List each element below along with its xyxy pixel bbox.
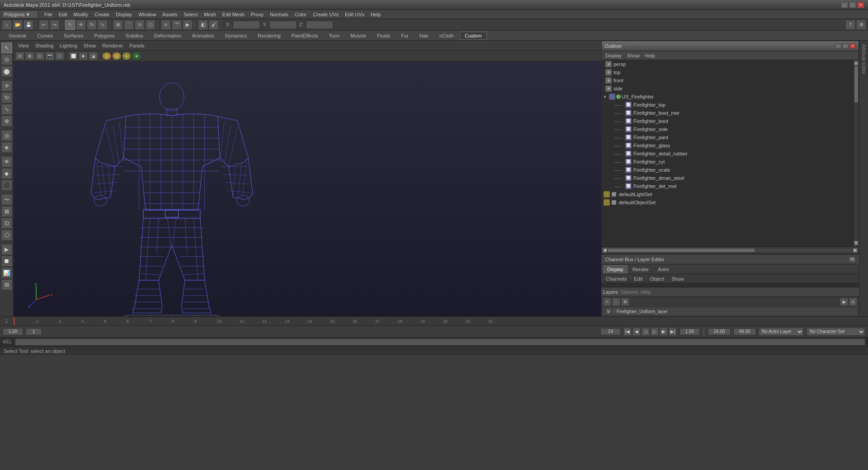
cb-sub-edit[interactable]: Edit: [631, 276, 645, 282]
outliner-item-ff-scale[interactable]: —→ ⬜ Firefighter_scale: [602, 166, 853, 174]
display-layer-button[interactable]: ◧: [198, 20, 208, 30]
rotate-button[interactable]: ↻: [1, 92, 12, 103]
char-set-dropdown[interactable]: No Character Set: [807, 328, 865, 336]
minimize-button[interactable]: –: [841, 2, 848, 8]
menu-window[interactable]: Window: [136, 11, 159, 18]
outliner-item-ff-boot-met[interactable]: —→ ⬜ Firefighter_boot_met: [602, 109, 853, 117]
outliner-item-persp[interactable]: ◉ persp: [602, 60, 853, 68]
lasso-button[interactable]: ⊙: [1, 54, 12, 65]
move-button[interactable]: ✛: [1, 80, 12, 91]
curve-tool-button[interactable]: 〜: [1, 194, 12, 205]
outliner-item-ff-cyl[interactable]: —→ ⬜ Firefighter_cyl: [602, 158, 853, 166]
vp-center-button[interactable]: ⊙: [35, 52, 44, 60]
outliner-item-ff-dman-steel[interactable]: —→ ⬜ Firefighter_dman_steel: [602, 174, 853, 182]
tab-dynamics[interactable]: Dynamics: [220, 32, 252, 40]
layer-anim-button[interactable]: ▶: [840, 298, 848, 306]
outliner-item-front[interactable]: ◉ front: [602, 76, 853, 85]
snap-surface-button[interactable]: ⬡: [146, 20, 156, 30]
tab-surfaces[interactable]: Surfaces: [59, 32, 88, 40]
outliner-item-defaultObjectSet[interactable]: ⬡ defaultObjectSet: [602, 198, 853, 207]
tab-general[interactable]: General: [4, 32, 31, 40]
snap-grid-button[interactable]: ⊞: [113, 20, 123, 30]
range-out-input[interactable]: [708, 328, 731, 335]
scroll-up-button[interactable]: ▲: [854, 61, 859, 66]
tab-fluids[interactable]: Fluids: [372, 32, 395, 40]
outliner-restore-button[interactable]: □: [842, 43, 849, 49]
h-scroll-thumb[interactable]: [608, 249, 755, 252]
vp-light4-button[interactable]: ●: [132, 52, 141, 60]
tab-muscle[interactable]: Muscle: [345, 32, 371, 40]
menu-modify[interactable]: Modify: [71, 11, 91, 18]
menu-create[interactable]: Create: [92, 11, 112, 18]
current-frame-input[interactable]: [26, 328, 42, 335]
goto-end-button[interactable]: ▶|: [669, 328, 677, 336]
cb-tab-render[interactable]: Render: [628, 265, 653, 273]
h-scroll-left-button[interactable]: ◀: [603, 248, 607, 253]
render-button[interactable]: 🎬: [172, 20, 182, 30]
render-view-button[interactable]: ▶: [1, 244, 12, 255]
snap-curve-button[interactable]: ⌒: [124, 20, 134, 30]
hypershade-button[interactable]: 🔲: [1, 256, 12, 267]
menu-normals[interactable]: Normals: [267, 11, 291, 18]
settings-button[interactable]: ⚙: [856, 20, 866, 30]
graph-button[interactable]: 📊: [1, 268, 12, 278]
manip-button[interactable]: ⊗: [1, 116, 12, 127]
texture-button[interactable]: ⬛: [1, 180, 12, 191]
delete-layer-button[interactable]: -: [612, 298, 620, 306]
scroll-down-button[interactable]: ▼: [854, 241, 859, 245]
deform-button[interactable]: ⬡: [1, 230, 12, 240]
home-button[interactable]: ⌂: [2, 20, 12, 30]
menu-edit-mesh[interactable]: Edit Mesh: [220, 11, 247, 18]
cb-close-button[interactable]: ✕: [849, 257, 855, 262]
vp-fit-sel-button[interactable]: ⊞: [25, 52, 34, 60]
mode-selector[interactable]: Polygons ▼: [2, 10, 38, 19]
open-file-button[interactable]: 📂: [13, 20, 23, 30]
scale-button[interactable]: ⤡: [1, 104, 12, 115]
help-tab[interactable]: Help: [641, 289, 651, 295]
outliner-item-ff-top[interactable]: —→ ⬜ Firefighter_top: [602, 101, 853, 109]
select-mode-button[interactable]: ↖: [1, 42, 12, 53]
vp-lighting-menu[interactable]: Lighting: [58, 42, 79, 49]
tab-animation[interactable]: Animation: [187, 32, 219, 40]
vp-persp-button[interactable]: ⬡: [55, 52, 64, 60]
vp-renderer-menu[interactable]: Renderer: [100, 42, 125, 49]
next-frame-button[interactable]: ▶: [660, 328, 668, 336]
outliner-item-ff-detail-rubber[interactable]: —→ ⬜ Firefighter_detail_rubber: [602, 150, 853, 158]
tab-toon[interactable]: Toon: [324, 32, 344, 40]
tab-curves[interactable]: Curves: [32, 32, 58, 40]
outliner-h-scrollbar[interactable]: ◀ ▶: [602, 246, 859, 254]
vp-shading-menu[interactable]: Shading: [33, 42, 55, 49]
anim-layer-dropdown[interactable]: No Anim Layer: [759, 328, 804, 336]
cb-sub-object[interactable]: Object: [647, 276, 667, 282]
x-input[interactable]: [233, 21, 260, 29]
menu-create-uvs[interactable]: Create UVs: [310, 11, 341, 18]
rotate-tool-button[interactable]: ↻: [87, 20, 97, 30]
snap-point-button[interactable]: ⊙: [135, 20, 145, 30]
vp-cam-button[interactable]: 📷: [45, 52, 54, 60]
goto-start-button[interactable]: |◀: [623, 328, 632, 336]
timeline-track[interactable]: 2 3 4 5 6 7 8 9 10 11 12 13 14 15 16 17 …: [14, 317, 868, 325]
menu-display[interactable]: Display: [113, 11, 135, 18]
tab-deformation[interactable]: Deformation: [149, 32, 186, 40]
maximize-button[interactable]: □: [849, 2, 856, 8]
ipr-render-button[interactable]: ▶: [183, 20, 193, 30]
show-hide-button[interactable]: 👁: [1, 156, 12, 167]
ik-button[interactable]: ⊡: [1, 218, 12, 229]
layer-item-uniform[interactable]: V / Firefighter_Uniform_layer: [602, 307, 858, 316]
soft-select-button[interactable]: ◎: [1, 130, 12, 141]
cb-sub-channels[interactable]: Channels: [603, 276, 629, 282]
paint-select-button[interactable]: ⬤: [1, 66, 12, 77]
range-end2-input[interactable]: [679, 328, 700, 335]
outliner-show-menu[interactable]: Show: [625, 52, 642, 59]
joint-tool-button[interactable]: ⊠: [1, 206, 12, 217]
z-input[interactable]: [306, 21, 333, 29]
paint-button[interactable]: 🖌: [209, 20, 219, 30]
h-scroll-right-button[interactable]: ▶: [853, 248, 858, 253]
menu-select[interactable]: Select: [181, 11, 200, 18]
vp-light3-button[interactable]: ●: [122, 52, 131, 60]
tab-rendering[interactable]: Rendering: [253, 32, 286, 40]
prev-frame-button[interactable]: ◀: [632, 328, 641, 336]
menu-file[interactable]: File: [42, 11, 55, 18]
outliner-item-ff-boot[interactable]: —→ ⬜ Firefighter_boot: [602, 117, 853, 125]
history-button[interactable]: ≡: [161, 20, 171, 30]
